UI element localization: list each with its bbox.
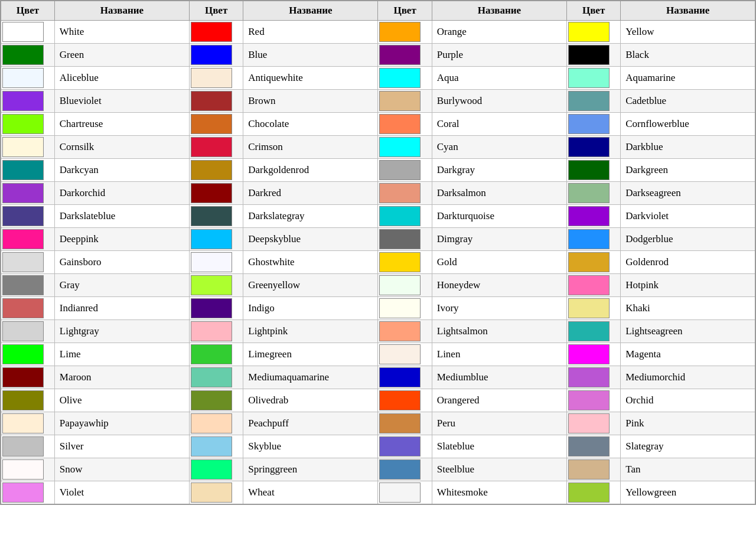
color-cell: [189, 389, 243, 412]
color-name: Mediumblue: [432, 366, 566, 389]
color-box: [568, 206, 610, 226]
color-cell: [1, 366, 54, 389]
color-cell: [1, 44, 54, 67]
color-name: Lightpink: [243, 320, 378, 343]
color-box: [2, 413, 44, 433]
color-box: [2, 68, 44, 88]
color-name: Khaki: [621, 297, 755, 320]
color-cell: [378, 251, 432, 274]
color-name: Linen: [432, 343, 566, 366]
color-name: Darkred: [243, 182, 378, 205]
color-cell: [189, 159, 243, 182]
color-name: Indigo: [243, 297, 378, 320]
color-name: Brown: [243, 90, 378, 113]
color-cell: [1, 389, 54, 412]
color-cell: [566, 251, 620, 274]
color-name: Darkgreen: [621, 159, 755, 182]
color-box: [191, 160, 232, 180]
table-row: WhiteRedOrangeYellow: [1, 21, 755, 44]
color-box: [191, 367, 232, 387]
color-name: Wheat: [243, 481, 378, 505]
color-cell: [1, 159, 54, 182]
color-cell: [1, 412, 54, 435]
color-cell: [378, 159, 432, 182]
color-cell: [378, 412, 432, 435]
color-cell: [566, 228, 620, 251]
color-cell: [189, 113, 243, 136]
color-name: Blueviolet: [54, 90, 189, 113]
color-name: Darkseagreen: [621, 182, 755, 205]
color-box: [568, 229, 610, 249]
color-cell: [1, 343, 54, 366]
color-name: Coral: [432, 113, 566, 136]
color-box: [568, 482, 610, 503]
color-box: [568, 91, 610, 111]
color-box: [191, 252, 232, 272]
color-name: Lime: [54, 343, 189, 366]
color-box: [379, 367, 421, 387]
color-cell: [378, 458, 432, 481]
color-cell: [566, 389, 620, 412]
color-box: [568, 321, 610, 341]
color-box: [191, 229, 232, 249]
color-cell: [189, 182, 243, 205]
color-cell: [189, 343, 243, 366]
color-name: Honeydew: [432, 274, 566, 297]
color-box: [568, 160, 610, 180]
color-cell: [378, 113, 432, 136]
color-box: [379, 252, 421, 272]
color-cell: [189, 274, 243, 297]
color-cell: [378, 228, 432, 251]
table-row: DeeppinkDeepskyblueDimgrayDodgerblue: [1, 228, 755, 251]
color-box: [379, 183, 421, 203]
color-name: Gold: [432, 251, 566, 274]
table-row: ChartreuseChocolateCoralCornflowerblue: [1, 113, 755, 136]
color-name: Cornsilk: [54, 136, 189, 159]
color-box: [568, 459, 610, 480]
color-box: [568, 45, 610, 65]
color-name: Burlywood: [432, 90, 566, 113]
color-name: Magenta: [621, 343, 755, 366]
color-cell: [378, 389, 432, 412]
color-box: [379, 321, 421, 341]
color-name: Slategray: [621, 435, 755, 458]
color-box: [2, 22, 44, 42]
table-row: AliceblueAntiquewhiteAquaAquamarine: [1, 67, 755, 90]
color-name: Olivedrab: [243, 389, 378, 412]
color-box: [2, 390, 44, 410]
color-box: [568, 68, 610, 88]
color-box: [2, 45, 44, 65]
color-cell: [378, 44, 432, 67]
color-name: Yellow: [621, 21, 755, 44]
color-table: ЦветНазваниеЦветНазваниеЦветНазваниеЦвет…: [0, 0, 756, 505]
color-cell: [1, 458, 54, 481]
color-name: Silver: [54, 435, 189, 458]
color-name: Peachpuff: [243, 412, 378, 435]
color-cell: [189, 366, 243, 389]
table-row: CornsilkCrimsonCyanDarkblue: [1, 136, 755, 159]
color-box: [191, 436, 232, 457]
color-box: [379, 91, 421, 111]
color-name: Darkslategray: [243, 205, 378, 228]
color-cell: [378, 136, 432, 159]
color-name: Steelblue: [432, 458, 566, 481]
color-box: [191, 344, 232, 364]
color-name: Aqua: [432, 67, 566, 90]
color-name: Darkgoldenrod: [243, 159, 378, 182]
color-name: Red: [243, 21, 378, 44]
color-box: [568, 413, 610, 433]
color-box: [379, 275, 421, 295]
color-box: [191, 183, 232, 203]
color-cell: [189, 435, 243, 458]
color-cell: [189, 44, 243, 67]
color-box: [379, 160, 421, 180]
column-header: Название: [621, 1, 755, 21]
color-box: [379, 298, 421, 318]
color-cell: [189, 205, 243, 228]
color-box: [568, 344, 610, 364]
color-name: Orchid: [621, 389, 755, 412]
color-name: Mediumaquamarine: [243, 366, 378, 389]
color-box: [568, 137, 610, 157]
color-box: [191, 459, 232, 480]
color-name: Blue: [243, 44, 378, 67]
